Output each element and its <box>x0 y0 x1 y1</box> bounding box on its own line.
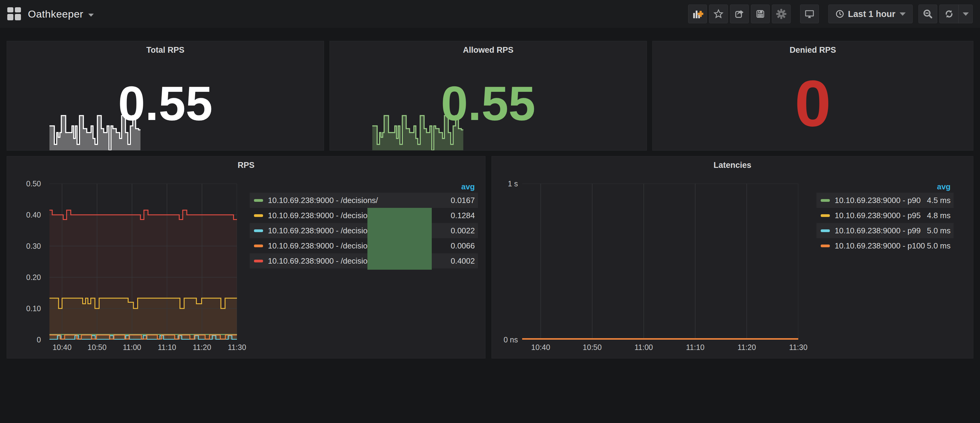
y-axis: 1 s0 ns <box>492 184 522 340</box>
legend-row[interactable]: 10.10.69.238:9000 - /decisions/ 0.0022 <box>250 223 478 238</box>
navbar-actions: Last 1 hour <box>686 5 973 23</box>
legend-row[interactable]: 10.10.69.238:9000 - p99 5.0 ms <box>816 223 954 238</box>
panel-latencies-graph: Latencies 1 s0 ns 10:4010:5011:0011:1011… <box>492 156 973 358</box>
panel-title[interactable]: Allowed RPS <box>330 46 647 55</box>
x-tick-label: 11:10 <box>158 343 176 352</box>
legend-avg-header[interactable]: avg <box>250 181 478 193</box>
series-avg-value: 0.1284 <box>450 211 475 220</box>
gear-icon <box>775 8 787 20</box>
chevron-down-icon <box>900 13 906 16</box>
legend-table: avg 10.10.69.238:9000 - p90 4.5 ms 10.10… <box>816 181 954 253</box>
series-swatch <box>254 244 263 247</box>
panel-denied-rps: Denied RPS 0 <box>652 41 973 151</box>
x-tick-label: 10:40 <box>52 343 72 352</box>
series-swatch <box>254 230 263 232</box>
time-range-picker[interactable]: Last 1 hour <box>828 5 913 23</box>
legend-avg-header[interactable]: avg <box>816 181 954 193</box>
monitor-icon <box>804 8 815 20</box>
panel-title[interactable]: Latencies <box>492 161 973 170</box>
x-tick-label: 11:10 <box>686 343 705 352</box>
refresh-icon <box>943 8 955 19</box>
clock-icon <box>835 10 845 19</box>
navbar: Oathkeeper <box>0 0 980 28</box>
rps-chart-canvas[interactable] <box>49 184 237 340</box>
zoom-out-button[interactable] <box>918 5 937 23</box>
green-overlay-artifact <box>368 208 432 270</box>
share-button[interactable] <box>730 5 749 23</box>
series-label: 10.10.69.238:9000 - /decisions/ <box>268 196 450 205</box>
stat-value: 0.55 <box>330 79 647 128</box>
legend-table: avg 10.10.69.238:9000 - /decisions/ 0.01… <box>250 181 478 268</box>
y-tick-label: 0 <box>37 336 41 344</box>
panel-title[interactable]: Total RPS <box>7 46 324 55</box>
legend-row[interactable]: 10.10.69.238:9000 - p100 5.0 ms <box>816 238 954 253</box>
dashboard-grid-icon[interactable] <box>7 7 21 21</box>
x-axis: 10:4010:5011:0011:1011:2011:30 <box>522 341 798 353</box>
x-tick-label: 11:30 <box>228 343 247 352</box>
x-tick-label: 10:40 <box>531 343 550 352</box>
dashboard-title[interactable]: Oathkeeper <box>28 8 83 20</box>
star-button[interactable] <box>709 5 728 23</box>
series-swatch <box>821 230 830 232</box>
series-swatch <box>254 214 263 217</box>
series-label: 10.10.69.238:9000 - p99 <box>835 226 927 235</box>
panel-rps-graph: RPS 0.500.400.300.200.100 10:4010:5011:0… <box>7 156 485 358</box>
add-panel-button[interactable] <box>688 5 707 23</box>
series-label: 10.10.69.238:9000 - p100 <box>835 241 927 250</box>
series-swatch <box>254 199 263 202</box>
y-tick-label: 1 s <box>508 179 518 188</box>
series-swatch <box>254 260 263 262</box>
series-avg-value: 0.0066 <box>450 241 475 250</box>
latencies-chart-canvas[interactable] <box>522 184 798 340</box>
panel-title[interactable]: Denied RPS <box>652 46 973 55</box>
refresh-interval-button[interactable] <box>958 5 972 23</box>
series-avg-value: 4.8 ms <box>927 211 951 220</box>
stat-value: 0 <box>652 71 973 136</box>
series-avg-value: 5.0 ms <box>927 241 951 250</box>
x-tick-label: 10:50 <box>583 343 602 352</box>
series-avg-value: 5.0 ms <box>927 226 951 235</box>
chevron-down-icon <box>963 13 969 16</box>
zoom-out-icon <box>922 8 934 20</box>
refresh-button-group <box>939 5 973 23</box>
y-tick-label: 0.40 <box>26 211 41 219</box>
x-tick-label: 11:00 <box>635 343 653 352</box>
legend-row[interactable]: 10.10.69.238:9000 - p95 4.8 ms <box>816 208 954 223</box>
save-icon <box>755 8 766 19</box>
stat-value: 0.55 <box>7 79 324 128</box>
share-icon <box>734 8 745 19</box>
panel-title[interactable]: RPS <box>7 161 485 170</box>
series-avg-value: 0.0167 <box>450 196 475 205</box>
x-tick-label: 11:20 <box>738 343 756 352</box>
series-avg-value: 0.0022 <box>450 226 475 235</box>
refresh-button[interactable] <box>940 5 958 23</box>
legend-row[interactable]: 10.10.69.238:9000 - /decisions/ 0.0167 <box>250 193 478 208</box>
series-swatch <box>821 214 830 217</box>
legend-row[interactable]: 10.10.69.238:9000 - /decisions/ 0.1284 <box>250 208 478 223</box>
panel-total-rps: Total RPS 0.55 <box>7 41 324 151</box>
tv-mode-button[interactable] <box>800 5 819 23</box>
series-swatch <box>821 244 830 247</box>
settings-button[interactable] <box>772 5 791 23</box>
legend-row[interactable]: 10.10.69.238:9000 - p90 4.5 ms <box>816 193 954 208</box>
x-axis: 10:4010:5011:0011:1011:2011:30 <box>49 341 237 353</box>
y-tick-label: 0 ns <box>504 336 518 344</box>
legend-row[interactable]: 10.10.69.238:9000 - /decisions/ 0.0066 <box>250 238 478 253</box>
x-tick-label: 11:20 <box>192 343 211 352</box>
series-label: 10.10.69.238:9000 - p95 <box>835 211 927 220</box>
legend-row[interactable]: 10.10.69.238:9000 - /decisions/ 0.4002 <box>250 253 478 268</box>
series-avg-value: 0.4002 <box>450 256 475 266</box>
star-icon <box>713 8 724 19</box>
x-tick-label: 10:50 <box>88 343 107 352</box>
panel-allowed-rps: Allowed RPS 0.55 <box>329 41 647 151</box>
y-tick-label: 0.30 <box>26 242 41 250</box>
y-tick-label: 0.10 <box>26 304 41 313</box>
time-range-label: Last 1 hour <box>848 9 895 19</box>
chevron-down-icon[interactable] <box>88 14 94 17</box>
save-button[interactable] <box>751 5 770 23</box>
series-label: 10.10.69.238:9000 - p90 <box>835 196 927 205</box>
series-swatch <box>821 199 830 202</box>
y-tick-label: 0.50 <box>26 179 41 188</box>
add-panel-icon <box>692 8 703 20</box>
x-tick-label: 11:30 <box>789 343 808 352</box>
